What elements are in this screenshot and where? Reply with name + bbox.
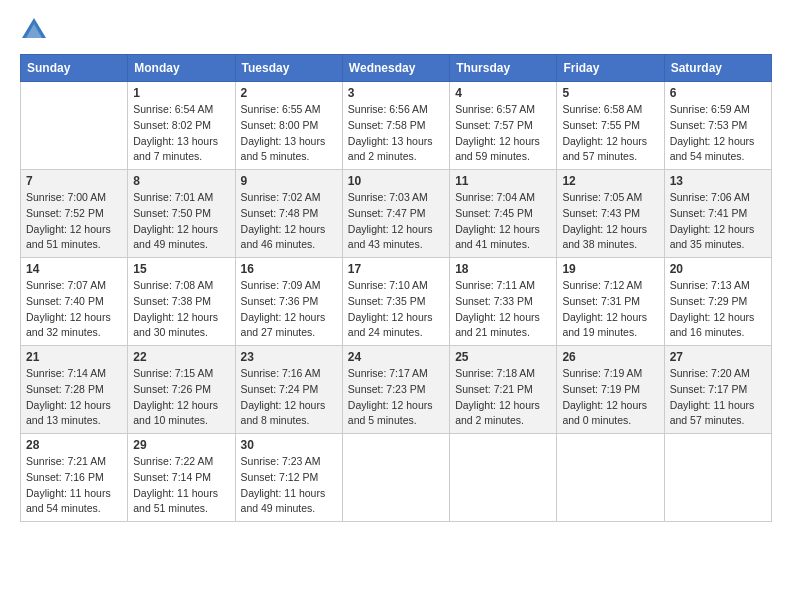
day-number: 23 — [241, 350, 337, 364]
day-number: 5 — [562, 86, 658, 100]
calendar-week-3: 14Sunrise: 7:07 AM Sunset: 7:40 PM Dayli… — [21, 258, 772, 346]
column-header-sunday: Sunday — [21, 55, 128, 82]
day-info: Sunrise: 7:00 AM Sunset: 7:52 PM Dayligh… — [26, 190, 122, 253]
day-number: 20 — [670, 262, 766, 276]
day-info: Sunrise: 7:11 AM Sunset: 7:33 PM Dayligh… — [455, 278, 551, 341]
day-number: 27 — [670, 350, 766, 364]
day-number: 11 — [455, 174, 551, 188]
day-info: Sunrise: 7:01 AM Sunset: 7:50 PM Dayligh… — [133, 190, 229, 253]
column-header-friday: Friday — [557, 55, 664, 82]
calendar-cell: 5Sunrise: 6:58 AM Sunset: 7:55 PM Daylig… — [557, 82, 664, 170]
day-info: Sunrise: 7:16 AM Sunset: 7:24 PM Dayligh… — [241, 366, 337, 429]
calendar-cell: 24Sunrise: 7:17 AM Sunset: 7:23 PM Dayli… — [342, 346, 449, 434]
day-number: 19 — [562, 262, 658, 276]
calendar-cell: 8Sunrise: 7:01 AM Sunset: 7:50 PM Daylig… — [128, 170, 235, 258]
day-number: 3 — [348, 86, 444, 100]
day-info: Sunrise: 6:58 AM Sunset: 7:55 PM Dayligh… — [562, 102, 658, 165]
calendar-week-4: 21Sunrise: 7:14 AM Sunset: 7:28 PM Dayli… — [21, 346, 772, 434]
calendar-cell: 22Sunrise: 7:15 AM Sunset: 7:26 PM Dayli… — [128, 346, 235, 434]
day-info: Sunrise: 7:07 AM Sunset: 7:40 PM Dayligh… — [26, 278, 122, 341]
day-number: 22 — [133, 350, 229, 364]
calendar-cell: 13Sunrise: 7:06 AM Sunset: 7:41 PM Dayli… — [664, 170, 771, 258]
day-number: 24 — [348, 350, 444, 364]
day-info: Sunrise: 7:02 AM Sunset: 7:48 PM Dayligh… — [241, 190, 337, 253]
day-number: 10 — [348, 174, 444, 188]
calendar-cell: 6Sunrise: 6:59 AM Sunset: 7:53 PM Daylig… — [664, 82, 771, 170]
day-number: 4 — [455, 86, 551, 100]
day-info: Sunrise: 7:19 AM Sunset: 7:19 PM Dayligh… — [562, 366, 658, 429]
calendar-header: SundayMondayTuesdayWednesdayThursdayFrid… — [21, 55, 772, 82]
calendar-cell: 21Sunrise: 7:14 AM Sunset: 7:28 PM Dayli… — [21, 346, 128, 434]
calendar-cell — [21, 82, 128, 170]
day-info: Sunrise: 6:56 AM Sunset: 7:58 PM Dayligh… — [348, 102, 444, 165]
calendar-cell: 17Sunrise: 7:10 AM Sunset: 7:35 PM Dayli… — [342, 258, 449, 346]
day-info: Sunrise: 7:20 AM Sunset: 7:17 PM Dayligh… — [670, 366, 766, 429]
day-number: 29 — [133, 438, 229, 452]
day-info: Sunrise: 7:05 AM Sunset: 7:43 PM Dayligh… — [562, 190, 658, 253]
logo — [20, 16, 52, 44]
calendar-week-1: 1Sunrise: 6:54 AM Sunset: 8:02 PM Daylig… — [21, 82, 772, 170]
day-info: Sunrise: 7:15 AM Sunset: 7:26 PM Dayligh… — [133, 366, 229, 429]
day-info: Sunrise: 7:18 AM Sunset: 7:21 PM Dayligh… — [455, 366, 551, 429]
column-header-thursday: Thursday — [450, 55, 557, 82]
calendar-cell: 19Sunrise: 7:12 AM Sunset: 7:31 PM Dayli… — [557, 258, 664, 346]
column-header-wednesday: Wednesday — [342, 55, 449, 82]
calendar-cell: 2Sunrise: 6:55 AM Sunset: 8:00 PM Daylig… — [235, 82, 342, 170]
calendar-week-5: 28Sunrise: 7:21 AM Sunset: 7:16 PM Dayli… — [21, 434, 772, 522]
calendar-cell: 23Sunrise: 7:16 AM Sunset: 7:24 PM Dayli… — [235, 346, 342, 434]
calendar-cell: 26Sunrise: 7:19 AM Sunset: 7:19 PM Dayli… — [557, 346, 664, 434]
day-info: Sunrise: 7:10 AM Sunset: 7:35 PM Dayligh… — [348, 278, 444, 341]
day-number: 12 — [562, 174, 658, 188]
calendar-cell: 15Sunrise: 7:08 AM Sunset: 7:38 PM Dayli… — [128, 258, 235, 346]
calendar-cell: 18Sunrise: 7:11 AM Sunset: 7:33 PM Dayli… — [450, 258, 557, 346]
day-number: 2 — [241, 86, 337, 100]
day-info: Sunrise: 7:04 AM Sunset: 7:45 PM Dayligh… — [455, 190, 551, 253]
calendar-cell: 9Sunrise: 7:02 AM Sunset: 7:48 PM Daylig… — [235, 170, 342, 258]
day-number: 8 — [133, 174, 229, 188]
day-number: 17 — [348, 262, 444, 276]
day-info: Sunrise: 7:12 AM Sunset: 7:31 PM Dayligh… — [562, 278, 658, 341]
calendar-cell: 25Sunrise: 7:18 AM Sunset: 7:21 PM Dayli… — [450, 346, 557, 434]
day-number: 14 — [26, 262, 122, 276]
page-header — [20, 16, 772, 44]
column-header-saturday: Saturday — [664, 55, 771, 82]
day-number: 26 — [562, 350, 658, 364]
calendar-cell: 28Sunrise: 7:21 AM Sunset: 7:16 PM Dayli… — [21, 434, 128, 522]
day-number: 21 — [26, 350, 122, 364]
day-number: 30 — [241, 438, 337, 452]
day-number: 1 — [133, 86, 229, 100]
day-info: Sunrise: 7:21 AM Sunset: 7:16 PM Dayligh… — [26, 454, 122, 517]
day-number: 6 — [670, 86, 766, 100]
calendar-cell: 30Sunrise: 7:23 AM Sunset: 7:12 PM Dayli… — [235, 434, 342, 522]
calendar-cell: 1Sunrise: 6:54 AM Sunset: 8:02 PM Daylig… — [128, 82, 235, 170]
day-info: Sunrise: 6:55 AM Sunset: 8:00 PM Dayligh… — [241, 102, 337, 165]
day-info: Sunrise: 7:03 AM Sunset: 7:47 PM Dayligh… — [348, 190, 444, 253]
calendar-cell: 12Sunrise: 7:05 AM Sunset: 7:43 PM Dayli… — [557, 170, 664, 258]
day-info: Sunrise: 6:54 AM Sunset: 8:02 PM Dayligh… — [133, 102, 229, 165]
calendar-cell: 3Sunrise: 6:56 AM Sunset: 7:58 PM Daylig… — [342, 82, 449, 170]
calendar-cell: 16Sunrise: 7:09 AM Sunset: 7:36 PM Dayli… — [235, 258, 342, 346]
day-info: Sunrise: 7:09 AM Sunset: 7:36 PM Dayligh… — [241, 278, 337, 341]
column-header-monday: Monday — [128, 55, 235, 82]
logo-icon — [20, 16, 48, 44]
day-info: Sunrise: 7:13 AM Sunset: 7:29 PM Dayligh… — [670, 278, 766, 341]
calendar-cell: 11Sunrise: 7:04 AM Sunset: 7:45 PM Dayli… — [450, 170, 557, 258]
day-info: Sunrise: 7:23 AM Sunset: 7:12 PM Dayligh… — [241, 454, 337, 517]
day-info: Sunrise: 6:57 AM Sunset: 7:57 PM Dayligh… — [455, 102, 551, 165]
day-info: Sunrise: 7:06 AM Sunset: 7:41 PM Dayligh… — [670, 190, 766, 253]
day-number: 13 — [670, 174, 766, 188]
calendar-table: SundayMondayTuesdayWednesdayThursdayFrid… — [20, 54, 772, 522]
day-number: 18 — [455, 262, 551, 276]
calendar-cell: 10Sunrise: 7:03 AM Sunset: 7:47 PM Dayli… — [342, 170, 449, 258]
day-info: Sunrise: 7:22 AM Sunset: 7:14 PM Dayligh… — [133, 454, 229, 517]
day-info: Sunrise: 7:17 AM Sunset: 7:23 PM Dayligh… — [348, 366, 444, 429]
calendar-cell — [664, 434, 771, 522]
day-number: 9 — [241, 174, 337, 188]
calendar-cell: 7Sunrise: 7:00 AM Sunset: 7:52 PM Daylig… — [21, 170, 128, 258]
calendar-cell — [342, 434, 449, 522]
calendar-cell: 27Sunrise: 7:20 AM Sunset: 7:17 PM Dayli… — [664, 346, 771, 434]
calendar-body: 1Sunrise: 6:54 AM Sunset: 8:02 PM Daylig… — [21, 82, 772, 522]
calendar-week-2: 7Sunrise: 7:00 AM Sunset: 7:52 PM Daylig… — [21, 170, 772, 258]
day-number: 28 — [26, 438, 122, 452]
day-number: 15 — [133, 262, 229, 276]
